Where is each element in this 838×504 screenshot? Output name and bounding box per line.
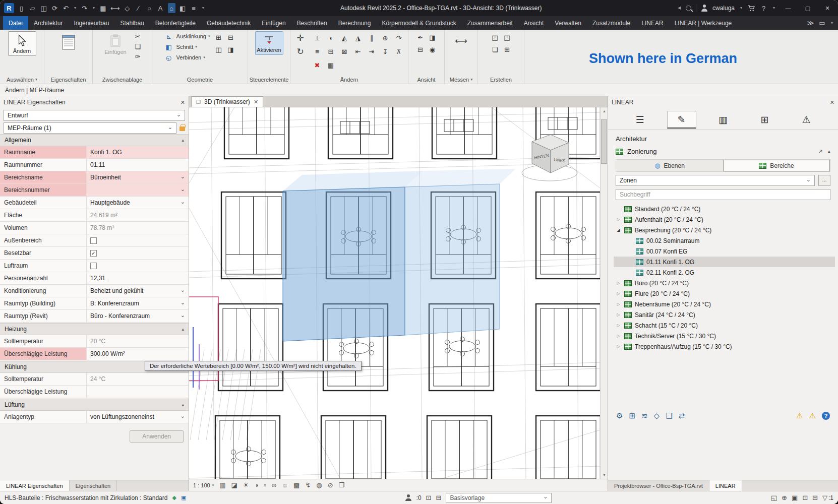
unjoin-icon[interactable]: ⊟ — [325, 47, 336, 57]
tab-berechnung[interactable]: Berechnung — [333, 16, 377, 30]
expander-icon[interactable] — [616, 323, 621, 328]
editable-only-icon[interactable]: ◱ — [771, 494, 777, 501]
paste-button[interactable]: Einfügen — [101, 31, 130, 57]
tree-item[interactable]: Sanitär (24 °C / 24 °C) — [614, 309, 835, 320]
array-icon[interactable]: ↷ — [393, 33, 404, 43]
close-view-icon[interactable]: ✕ — [254, 99, 258, 105]
tab-beschriften[interactable]: Beschriften — [291, 16, 333, 30]
matchline-icon[interactable]: ▦ — [325, 60, 336, 71]
tree-item[interactable]: Treppenhaus/Aufzug (15 °C / 30 °C) — [614, 341, 835, 352]
tab-eigenschaften[interactable]: Eigenschaften — [70, 480, 117, 491]
tab-zusammenarbeit[interactable]: Zusammenarbeit — [462, 16, 518, 30]
scale-icon[interactable]: ≡ — [312, 47, 323, 57]
group-label-steuerelemente[interactable]: Steuerelemente — [250, 75, 288, 84]
activate-controls-button[interactable]: Aktivieren — [255, 31, 283, 55]
help-icon[interactable]: ? — [760, 3, 767, 13]
search-icon[interactable] — [686, 6, 691, 11]
dimension-icon[interactable]: ⟷ — [110, 3, 120, 13]
kuehlung-leistung-field[interactable] — [87, 386, 189, 398]
expander-icon[interactable] — [616, 302, 621, 306]
selection-dropdown[interactable]: MEP-Räume (1) — [4, 122, 176, 134]
tag-icon[interactable]: ◇ — [124, 3, 131, 13]
drag-select-icon[interactable]: ⊟ — [812, 494, 818, 501]
tree-item[interactable]: 02.11 Konfi 2. OG — [614, 267, 835, 278]
zoning-tab-icon[interactable]: ✎ — [667, 111, 696, 129]
tree-item[interactable]: 00.02 Seminarraum — [614, 235, 835, 246]
constraints-icon[interactable]: ⊘ — [328, 482, 333, 488]
help-circle-icon[interactable]: ? — [822, 412, 830, 420]
tab-ingenieurbau[interactable]: Ingenieurbau — [68, 16, 114, 30]
circle-icon[interactable]: ○ — [146, 3, 153, 13]
redo-icon[interactable]: ↷ — [81, 3, 88, 13]
group-label-erstellen[interactable]: Erstellen — [480, 75, 522, 84]
editing-requests-icon[interactable] — [405, 494, 412, 501]
default-3d-view-icon[interactable]: ⌂ — [168, 3, 175, 13]
tab-ansicht[interactable]: Ansicht — [518, 16, 549, 30]
tab-gebaeudetechnik[interactable]: Gebäudetechnik — [201, 16, 256, 30]
tab-linear[interactable]: LINEAR — [636, 16, 669, 30]
group-label-aendern[interactable]: Ändern — [292, 75, 406, 84]
expander-icon[interactable] — [616, 217, 621, 222]
view-tab[interactable]: ❐ 3D (Trinkwasser) ✕ — [191, 96, 263, 107]
transfer-icon[interactable]: ⇄ — [679, 411, 685, 420]
undo-caret-icon[interactable]: ▾ — [73, 3, 77, 13]
copy-zone-icon[interactable]: ❏ — [666, 411, 672, 420]
help-caret-icon[interactable]: ▾ — [772, 3, 776, 13]
selected-room-highlight[interactable] — [283, 169, 516, 341]
temporary-view-properties-icon[interactable]: ▩ — [293, 482, 300, 488]
tab-verwalten[interactable]: Verwalten — [549, 16, 587, 30]
popout-icon[interactable]: ↗ — [818, 148, 822, 155]
thin-lines-icon[interactable]: ≡ — [190, 3, 198, 13]
tab-projektbrowser[interactable]: Projektbrowser - Office-Bsp-TGA.rvt — [608, 480, 709, 491]
tab-einfuegen[interactable]: Einfügen — [256, 16, 291, 30]
move-icon[interactable]: ✛ — [293, 31, 308, 45]
gebaeudeteil-dropdown[interactable]: Hauptgebäude — [87, 197, 189, 209]
group-label-geometrie[interactable]: Geometrie — [154, 75, 246, 84]
cut-geometry-button[interactable]: ◧Schnitt — [163, 42, 210, 52]
tab-stahlbau[interactable]: Stahlbau — [114, 16, 149, 30]
tab-linear-eigenschaften[interactable]: LINEAR Eigenschaften — [0, 480, 70, 491]
text-icon[interactable]: A — [157, 3, 164, 13]
tab-architektur[interactable]: Architektur — [28, 16, 68, 30]
ribbon-panel-toggle-caret-icon[interactable]: ▾ — [830, 18, 834, 28]
viewport-scrollbar[interactable] — [600, 107, 608, 479]
aussenbereich-checkbox[interactable] — [90, 237, 97, 244]
tree-item[interactable]: Aufenthalt (20 °C / 24 °C) — [614, 214, 835, 225]
temporary-hide-icon[interactable]: ∞ — [272, 482, 276, 488]
tab-linear-werkzeuge[interactable]: LINEAR | Werkzeuge — [669, 16, 738, 30]
expander-icon[interactable] — [616, 291, 621, 296]
viewcube-toggle-icon[interactable]: ❐ — [339, 482, 345, 488]
tab-koerpermodell[interactable]: Körpermodell & Grundstück — [376, 16, 461, 30]
levels-toggle-button[interactable]: ◍ Ebenen — [616, 160, 723, 171]
expander-icon[interactable] — [616, 228, 621, 232]
tab-linear-panel[interactable]: LINEAR — [709, 480, 742, 491]
tree-item[interactable]: Nebenräume (20 °C / 24 °C) — [614, 299, 835, 309]
warning-icon-2[interactable]: ⚠ — [809, 411, 816, 420]
bereichsname-dropdown[interactable]: Büroeinheit — [87, 171, 189, 183]
open-icon[interactable]: ▱ — [29, 3, 36, 13]
anlagentyp-dropdown[interactable]: von Lüftungszoneneinst — [87, 411, 189, 423]
save-icon[interactable]: ◫ — [40, 3, 47, 13]
scroll-down-icon[interactable] — [601, 471, 608, 479]
scroll-up-icon[interactable] — [601, 107, 608, 115]
building-wireframe[interactable]: HINTEN LINKS — [189, 107, 600, 479]
group-label-ansicht[interactable]: Ansicht — [410, 75, 442, 84]
sun-path-icon[interactable]: ☀ — [243, 482, 249, 488]
redo-caret-icon[interactable]: ▾ — [92, 3, 96, 13]
split-icon[interactable]: ∥ — [366, 33, 377, 43]
settings-icon[interactable]: ⚙ — [616, 411, 623, 420]
add-zone-icon[interactable]: ⊞ — [629, 411, 635, 420]
delete-icon[interactable]: ✖ — [312, 60, 323, 71]
hide-icon[interactable]: ⊟ — [415, 44, 426, 54]
zones-dropdown[interactable]: Zonen — [616, 175, 815, 186]
select-pinned-icon[interactable]: ▣ — [792, 494, 798, 501]
connect-icon[interactable]: ≋ — [641, 411, 648, 420]
linework-icon[interactable]: ✒ — [415, 32, 426, 42]
group-label-messen[interactable]: Messen — [447, 75, 475, 84]
section-heizung[interactable]: Heizung — [0, 323, 189, 335]
select-links-icon[interactable]: ⊕ — [782, 494, 787, 501]
template-dropdown[interactable]: Basisvorlage — [446, 493, 552, 503]
maximize-button[interactable]: ▢ — [800, 2, 815, 15]
user-name[interactable]: cwaluga — [712, 5, 735, 12]
measure-button[interactable]: ⟷ — [447, 31, 475, 50]
